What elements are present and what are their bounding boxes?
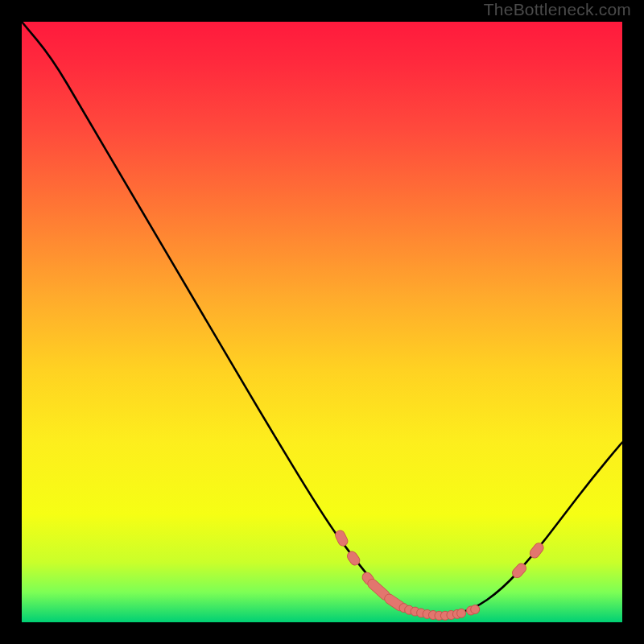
- chart-frame: [14, 14, 630, 630]
- plot-area: [22, 22, 622, 622]
- marker-dot: [457, 609, 466, 617]
- marker-pill: [373, 584, 386, 595]
- marker-pill: [517, 568, 521, 573]
- marker-pill: [367, 577, 369, 580]
- marker-pill: [390, 599, 400, 606]
- marker-pill: [352, 556, 355, 560]
- watermark-label: TheBottleneck.com: [484, 0, 631, 19]
- marker-pill: [340, 535, 343, 542]
- bottleneck-curve: [22, 22, 622, 615]
- markers-group: [340, 535, 539, 621]
- marker-dot: [471, 605, 480, 614]
- marker-pill: [535, 548, 539, 554]
- chart-svg: [22, 22, 622, 622]
